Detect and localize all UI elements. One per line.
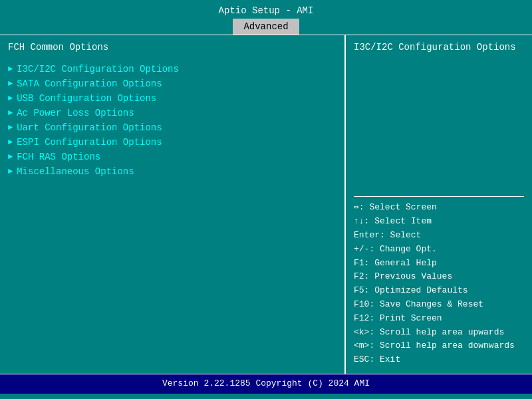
menu-item-ac-power[interactable]: ► Ac Power Loss Options [8,106,336,120]
menu-item-fch-ras[interactable]: ► FCH RAS Options [8,150,336,164]
key-help-line-7: F10: Save Changes & Reset [354,298,524,312]
title-bar: Aptio Setup - AMI [0,0,532,19]
key-help-line-1: ↑↓: Select Item [354,215,524,229]
arrow-icon: ► [8,108,13,118]
key-help-line-3: +/-: Change Opt. [354,243,524,257]
arrow-icon: ► [8,152,13,162]
footer: Version 2.22.1285 Copyright (C) 2024 AMI [0,374,532,394]
menu-item-label: USB Configuration Options [17,93,156,104]
key-help-line-8: F12: Print Screen [354,312,524,326]
key-help-line-10: <m>: Scroll help area downwards [354,339,524,353]
key-help-separator [354,196,524,197]
left-panel-title: FCH Common Options [8,42,336,53]
help-description [354,59,524,192]
key-help-line-9: <k>: Scroll help area upwards [354,326,524,340]
menu-item-label: I3C/I2C Configuration Options [17,64,179,74]
menu-item-sata[interactable]: ► SATA Configuration Options [8,76,336,91]
arrow-icon: ► [8,79,13,88]
main-content: FCH Common Options ► I3C/I2C Configurati… [0,35,532,374]
tab-bar: Advanced [0,19,532,35]
menu-item-label: Uart Configuration Options [17,122,162,133]
left-panel: FCH Common Options ► I3C/I2C Configurati… [0,35,346,374]
key-help-line-4: F1: General Help [354,257,524,271]
menu-item-misc[interactable]: ► Miscellaneous Options [8,164,336,179]
key-help-line-6: F5: Optimized Defaults [354,284,524,298]
key-help-line-0: ⇔: Select Screen [354,201,524,215]
menu-item-label: Ac Power Loss Options [17,108,134,118]
footer-text: Version 2.22.1285 Copyright (C) 2024 AMI [162,378,370,388]
tab-advanced[interactable]: Advanced [233,19,299,35]
app-title: Aptio Setup - AMI [219,5,314,16]
right-panel: I3C/I2C Configuration Options ⇔: Select … [346,35,532,374]
arrow-icon: ► [8,65,13,74]
menu-item-espi[interactable]: ► ESPI Configuration Options [8,135,336,150]
key-help-line-5: F2: Previous Values [354,270,524,284]
menu-item-i3c[interactable]: ► I3C/I2C Configuration Options [8,62,336,76]
key-help-line-2: Enter: Select [354,229,524,243]
menu-item-usb[interactable]: ► USB Configuration Options [8,91,336,106]
arrow-icon: ► [8,138,13,147]
menu-item-label: FCH RAS Options [17,152,100,162]
arrow-icon: ► [8,123,13,132]
menu-item-label: ESPI Configuration Options [17,137,162,148]
menu-item-label: SATA Configuration Options [17,78,162,89]
key-help: ⇔: Select Screen ↑↓: Select Item Enter: … [354,201,524,367]
right-panel-title: I3C/I2C Configuration Options [354,42,524,53]
menu-item-uart[interactable]: ► Uart Configuration Options [8,120,336,135]
key-help-line-11: ESC: Exit [354,353,524,367]
arrow-icon: ► [8,94,13,103]
menu-item-label: Miscellaneous Options [17,166,134,177]
arrow-icon: ► [8,167,13,176]
